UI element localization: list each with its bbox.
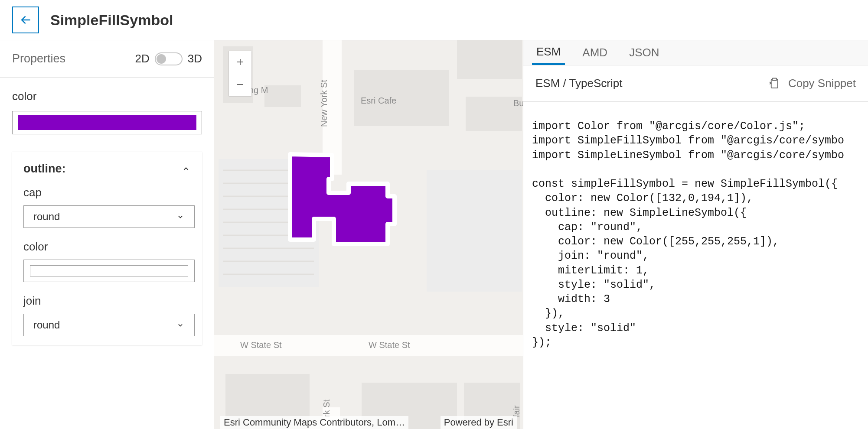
properties-label: Properties — [12, 52, 65, 65]
chevron-down-icon — [176, 212, 185, 221]
svg-rect-32 — [772, 78, 777, 80]
map-attribution: Esri Community Maps Contributors, Lom… P… — [220, 416, 517, 429]
toggle-2d-label: 2D — [135, 52, 150, 65]
fill-color-swatch — [18, 115, 196, 130]
zoom-out-button[interactable] — [229, 73, 251, 96]
svg-text:W State St: W State St — [240, 340, 282, 350]
map-canvas: New York St Esri Cafe ng M Bu W State St… — [214, 40, 523, 429]
properties-panel: Properties 2D 3D color outline: — [0, 40, 214, 429]
toggle-knob — [157, 54, 166, 64]
view-toggle: 2D 3D — [135, 52, 202, 65]
svg-rect-5 — [264, 85, 301, 107]
outline-card: outline: cap round color — [12, 152, 202, 345]
chevron-up-icon — [181, 164, 191, 174]
svg-text:Esri Cafe: Esri Cafe — [361, 96, 396, 105]
page-title: SimpleFillSymbol — [50, 12, 173, 29]
cap-value: round — [33, 211, 60, 223]
svg-text:fair: fair — [512, 405, 521, 417]
powered-by-text: Powered by Esri — [441, 416, 517, 429]
svg-text:rk St: rk St — [322, 399, 331, 417]
code-panel: ESM AMD JSON ESM / TypeScript Copy Snipp… — [523, 40, 868, 429]
chevron-down-icon — [176, 321, 185, 329]
copy-snippet-button[interactable]: Copy Snippet — [767, 77, 856, 90]
outline-accordion-header[interactable]: outline: — [23, 162, 191, 176]
svg-text:New York St: New York St — [319, 80, 329, 127]
cap-select[interactable]: round — [23, 205, 195, 228]
clipboard-icon — [767, 77, 780, 90]
svg-rect-7 — [457, 40, 522, 79]
back-arrow-icon — [19, 13, 33, 27]
svg-rect-10 — [427, 170, 522, 292]
minus-icon — [235, 79, 245, 90]
code-tabs: ESM AMD JSON — [523, 40, 868, 65]
map-view[interactable]: New York St Esri Cafe ng M Bu W State St… — [214, 40, 523, 429]
code-subtitle: ESM / TypeScript — [535, 77, 622, 90]
back-button[interactable] — [12, 6, 39, 33]
cap-label: cap — [23, 186, 191, 199]
join-select[interactable]: round — [23, 314, 195, 336]
svg-text:W State St: W State St — [369, 340, 410, 350]
attribution-text: Esri Community Maps Contributors, Lom… — [220, 416, 408, 429]
zoom-controls — [229, 51, 251, 96]
copy-label: Copy Snippet — [788, 77, 856, 90]
color-label: color — [12, 90, 202, 103]
plus-icon — [235, 57, 245, 67]
code-snippet[interactable]: import Color from "@arcgis/core/Color.js… — [523, 102, 868, 429]
outline-title: outline: — [23, 162, 65, 176]
properties-header: Properties 2D 3D — [0, 40, 214, 78]
code-subheader: ESM / TypeScript Copy Snippet — [523, 65, 868, 102]
page-header: SimpleFillSymbol — [0, 0, 868, 40]
zoom-in-button[interactable] — [229, 51, 251, 73]
outline-color-label: color — [23, 240, 191, 254]
toggle-3d-label: 3D — [188, 52, 202, 65]
outline-color-picker[interactable] — [23, 260, 195, 282]
tab-amd[interactable]: AMD — [578, 40, 612, 65]
svg-text:Bu: Bu — [513, 98, 523, 108]
join-label: join — [23, 294, 191, 308]
tab-esm[interactable]: ESM — [532, 40, 565, 65]
svg-text:ng M: ng M — [249, 85, 268, 95]
join-value: round — [33, 319, 60, 331]
outline-color-swatch — [30, 265, 188, 276]
toggle-switch[interactable] — [155, 52, 183, 65]
tab-json[interactable]: JSON — [625, 40, 663, 65]
fill-color-picker[interactable] — [12, 111, 202, 134]
